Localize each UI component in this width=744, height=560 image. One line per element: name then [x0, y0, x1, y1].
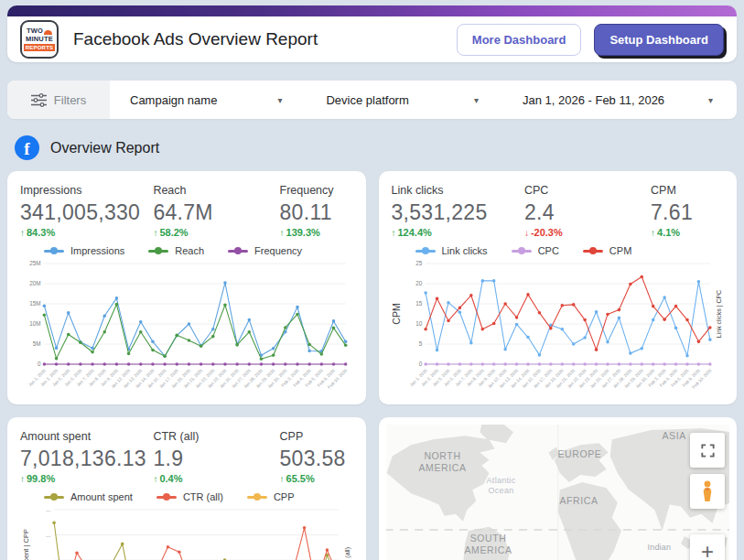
logo-line-2: MINUTE [26, 36, 53, 43]
svg-text:10M: 10M [29, 320, 40, 327]
metric-label: Frequency [280, 184, 353, 197]
arrow-up-icon: ↑ [280, 474, 285, 484]
metric-value: 80.11 [280, 200, 353, 225]
metric-value: 7.61 [651, 200, 724, 225]
metric-delta: ↑0.4% [153, 473, 279, 484]
chart-legend: Impressions Reach Frequency [44, 245, 353, 256]
date-range-dropdown[interactable]: Jan 1, 2026 - Feb 11, 2026 ▾ [502, 81, 737, 119]
campaign-name-label: Campaign name [130, 93, 217, 107]
section-heading: f Overview Report [15, 135, 737, 160]
page-title: Facebook Ads Overview Report [73, 29, 318, 49]
facebook-icon: f [15, 135, 39, 160]
cards-grid: Impressions 341,005,330 ↑84.3% Reach 64.… [7, 171, 737, 560]
legend-marker-icon [44, 496, 64, 499]
app-header: TWO MINUTE REPORTS Facebook Ads Overview… [7, 5, 737, 62]
svg-text:5: 5 [418, 340, 422, 347]
legend-item: Frequency [228, 245, 302, 256]
legend-item: CTR (all) [156, 491, 223, 502]
metric-cpp: CPP 503.58 ↑65.5% [280, 426, 353, 484]
arrow-up-icon: ↑ [392, 228, 396, 238]
metric-value: 503.58 [280, 447, 353, 471]
legend-marker-icon [156, 496, 177, 499]
svg-text:15M: 15M [29, 300, 40, 307]
legend-item: Amount spent [44, 491, 133, 502]
metric-amount-spent: Amount spent 7,018,136.13 ↑99.8% [20, 426, 153, 484]
filter-bar: Filters Campaign name ▾ Device platform … [7, 81, 737, 119]
card-world-map: NORTHAMERICA AtlanticOcean EUROPE AFRICA… [379, 417, 738, 560]
legend-marker-icon [512, 250, 532, 253]
metric-value: 64.7M [153, 200, 279, 225]
metric-value: 341,005,330 [20, 200, 153, 225]
legend-item: CPM [583, 245, 631, 256]
metric-delta: ↑139.3% [280, 227, 353, 238]
spent-ctr-cpp-chart: ...............Amount spent | CPPCTR (al… [20, 504, 353, 560]
world-map[interactable]: NORTHAMERICA AtlanticOcean EUROPE AFRICA… [386, 425, 730, 560]
chevron-down-icon: ▾ [708, 95, 713, 105]
metric-delta: ↑124.4% [392, 227, 524, 238]
impressions-reach-frequency-chart: 05M10M15M20M25MJan 1, 2026Jan 2, 2026Jan… [20, 258, 353, 397]
metric-value: 1.9 [153, 447, 279, 471]
arrow-up-icon: ↑ [280, 228, 285, 238]
metric-ctr: CTR (all) 1.9 ↑0.4% [153, 426, 279, 484]
metric-value: 3,531,225 [392, 200, 524, 225]
map-fullscreen-button[interactable] [690, 433, 725, 468]
device-platform-dropdown[interactable]: Device platform ▾ [306, 81, 501, 119]
clicks-cpc-cpm-chart: 0510152025CPMLink clicks | CPCJan 1, 202… [392, 258, 725, 397]
metric-delta: ↑4.1% [651, 227, 724, 238]
card-impressions-reach-frequency: Impressions 341,005,330 ↑84.3% Reach 64.… [7, 171, 366, 404]
svg-text:...: ... [46, 532, 50, 538]
legend-item: CPC [512, 245, 559, 256]
logo-line-1: TWO [27, 27, 43, 35]
arrow-down-icon: ↓ [524, 228, 529, 238]
metric-label: CTR (all) [153, 430, 279, 443]
svg-text:Link clicks | CPC: Link clicks | CPC [715, 290, 722, 338]
brand-logo: TWO MINUTE REPORTS [20, 20, 59, 59]
legend-marker-icon [148, 250, 168, 253]
svg-text:15: 15 [415, 300, 422, 307]
world-map-image [386, 425, 730, 560]
arrow-up-icon: ↑ [153, 474, 157, 484]
metric-label: CPC [524, 184, 651, 197]
metric-label: Impressions [20, 184, 153, 197]
legend-marker-icon [44, 250, 64, 253]
svg-text:20M: 20M [29, 280, 40, 286]
card-spent-ctr-cpp: Amount spent 7,018,136.13 ↑99.8% CTR (al… [7, 417, 366, 560]
campaign-name-dropdown[interactable]: Campaign name ▾ [110, 81, 306, 119]
metric-delta: ↑99.8% [20, 473, 153, 484]
legend-item: Reach [148, 245, 204, 256]
map-zoom-in-button[interactable]: + [690, 534, 725, 560]
map-pegman-button[interactable] [690, 474, 725, 509]
metric-frequency: Frequency 80.11 ↑139.3% [280, 180, 353, 238]
fullscreen-icon [700, 443, 716, 458]
metric-cpm: CPM 7.61 ↑4.1% [651, 180, 724, 238]
more-dashboard-button[interactable]: More Dashboard [457, 24, 582, 56]
svg-text:...: ... [46, 556, 50, 560]
legend-item: Link clicks [415, 245, 488, 256]
metric-reach: Reach 64.7M ↑58.2% [153, 180, 279, 238]
metric-label: Link clicks [392, 184, 524, 197]
legend-item: Impressions [44, 245, 124, 256]
legend-marker-icon [247, 496, 267, 499]
svg-text:Amount spent | CPP: Amount spent | CPP [22, 529, 30, 560]
svg-text:25M: 25M [29, 260, 40, 266]
svg-text:20: 20 [415, 280, 422, 286]
pegman-icon [698, 480, 717, 502]
svg-text:10: 10 [415, 320, 422, 327]
legend-marker-icon [415, 250, 436, 253]
header-accent-bar [7, 5, 737, 16]
metric-delta: ↓-20.3% [524, 227, 651, 238]
arrow-up-icon: ↑ [651, 228, 655, 238]
chart-legend: Amount spent CTR (all) CPP [44, 491, 353, 502]
metric-impressions: Impressions 341,005,330 ↑84.3% [20, 180, 153, 238]
metric-delta: ↑65.5% [280, 473, 353, 484]
dashboard-page: { "theme": { "accent": "#5b5fc7", "heade… [0, 0, 744, 560]
chart-legend: Link clicks CPC CPM [415, 245, 725, 256]
metric-label: Amount spent [20, 430, 153, 443]
logo-line-3: REPORTS [24, 44, 55, 51]
metric-link-clicks: Link clicks 3,531,225 ↑124.4% [392, 180, 524, 238]
setup-dashboard-button[interactable]: Setup Dashboard [594, 24, 724, 56]
svg-text:5M: 5M [33, 340, 41, 347]
filters-toggle[interactable]: Filters [7, 81, 110, 119]
section-title: Overview Report [50, 140, 159, 156]
chevron-down-icon: ▾ [277, 95, 282, 105]
